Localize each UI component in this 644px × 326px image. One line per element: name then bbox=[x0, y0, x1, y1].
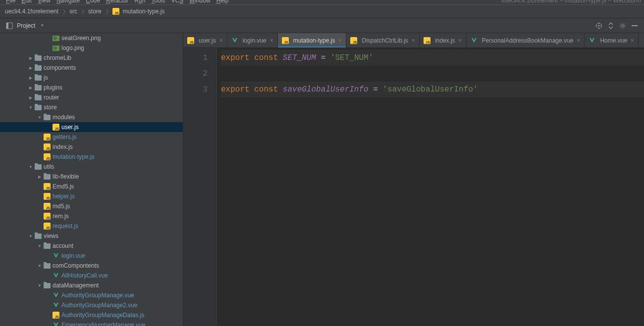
editor-tab[interactable]: user.js× bbox=[183, 33, 227, 47]
chevron-down-icon[interactable] bbox=[27, 232, 35, 240]
folder-icon bbox=[44, 263, 51, 269]
tree-row[interactable]: index.js bbox=[0, 142, 183, 152]
tree-row[interactable]: rem.js bbox=[0, 211, 183, 221]
close-icon[interactable]: × bbox=[631, 37, 634, 44]
close-icon[interactable]: × bbox=[459, 37, 462, 44]
close-icon[interactable]: × bbox=[270, 37, 273, 44]
editor-tab[interactable]: Home.vue× bbox=[585, 33, 639, 47]
settings-icon[interactable] bbox=[618, 21, 627, 30]
menu-refactor[interactable]: Refactor bbox=[103, 0, 131, 3]
menu-run[interactable]: Run bbox=[131, 0, 148, 3]
tab-label: PersonalAddressBookManage.vue bbox=[482, 37, 574, 44]
tree-row[interactable]: router bbox=[0, 93, 183, 102]
tree-row[interactable]: user.js bbox=[0, 122, 183, 132]
tree-item-label: user.js bbox=[61, 124, 79, 131]
locate-file-icon[interactable] bbox=[594, 21, 603, 30]
tab-label: Home.vue bbox=[600, 37, 627, 44]
chevron-right-icon[interactable] bbox=[36, 173, 44, 181]
menu-file[interactable]: File bbox=[3, 0, 18, 3]
chevron-right-icon[interactable] bbox=[27, 93, 35, 101]
tree-row[interactable]: modules bbox=[0, 112, 183, 122]
tree-item-label: helper.js bbox=[53, 193, 75, 200]
tree-item-label: md5.js bbox=[53, 203, 70, 210]
tree-row[interactable]: getters.js bbox=[0, 132, 183, 142]
vue-icon bbox=[53, 252, 59, 259]
project-tree[interactable]: seatGreen.pnglogo.pngchromeLibcomponents… bbox=[0, 33, 183, 326]
tree-row[interactable]: mutation-type.js bbox=[0, 152, 183, 162]
chevron-down-icon[interactable] bbox=[36, 113, 44, 121]
close-icon[interactable]: × bbox=[577, 37, 580, 44]
vue-icon bbox=[53, 292, 59, 299]
tree-row[interactable]: EmergencyNumberManage.vue bbox=[0, 320, 183, 326]
tree-row[interactable]: store bbox=[0, 102, 183, 112]
tree-row[interactable]: account bbox=[0, 241, 183, 251]
editor-tab[interactable]: index.js× bbox=[420, 33, 467, 47]
tree-row[interactable]: Emd5.js bbox=[0, 182, 183, 191]
breadcrumb-file[interactable]: mutation-type.js bbox=[105, 8, 168, 15]
tree-row[interactable]: chromeLib bbox=[0, 53, 183, 63]
tree-item-label: mutation-type.js bbox=[53, 153, 95, 160]
tree-row[interactable]: comCompontents bbox=[0, 261, 183, 271]
tree-row[interactable]: utils bbox=[0, 162, 183, 172]
editor-tab[interactable]: DispatchCtrlLib.js× bbox=[346, 33, 419, 47]
chevron-right-icon[interactable] bbox=[27, 74, 35, 82]
breadcrumb-src[interactable]: src bbox=[61, 8, 80, 15]
tree-row[interactable]: dataManagement bbox=[0, 280, 183, 290]
editor-tab[interactable]: login.vue× bbox=[227, 33, 278, 47]
folder-icon bbox=[35, 85, 42, 91]
js-icon bbox=[44, 203, 51, 210]
tree-item-label: views bbox=[44, 233, 58, 239]
code-content[interactable]: export const SET_NUM = 'SET_NUM' export … bbox=[217, 48, 644, 326]
tree-row[interactable]: helper.js bbox=[0, 191, 183, 201]
tree-row[interactable]: AuthorityGroupManage2.vue bbox=[0, 300, 183, 310]
identifier: saveGlobalUserInfo bbox=[283, 85, 369, 94]
vue-icon bbox=[589, 37, 595, 44]
tree-row[interactable]: AuthorityGroupManageDatas.js bbox=[0, 310, 183, 320]
menu-help[interactable]: Help bbox=[214, 0, 232, 3]
chevron-down-icon[interactable] bbox=[27, 163, 35, 171]
tree-row[interactable]: md5.js bbox=[0, 201, 183, 211]
expand-all-icon[interactable] bbox=[606, 21, 615, 30]
tree-row[interactable]: login.vue bbox=[0, 251, 183, 261]
project-dropdown-icon[interactable]: ▼ bbox=[40, 23, 44, 28]
menu-view[interactable]: View bbox=[35, 0, 54, 3]
breadcrumb-store[interactable]: store bbox=[80, 8, 105, 15]
chevron-right-icon[interactable] bbox=[27, 84, 35, 92]
close-icon[interactable]: × bbox=[412, 37, 415, 44]
close-icon[interactable]: × bbox=[219, 37, 223, 44]
menu-vcs[interactable]: VCS bbox=[168, 0, 186, 3]
tree-row[interactable]: seatGreen.png bbox=[0, 33, 183, 43]
js-icon bbox=[424, 37, 430, 44]
menu-code[interactable]: Code bbox=[83, 0, 103, 3]
chevron-right-icon[interactable] bbox=[27, 64, 35, 72]
tree-row[interactable]: js bbox=[0, 73, 183, 83]
breadcrumb-root[interactable]: uecli4.4.1forelement bbox=[2, 8, 61, 15]
editor-tab[interactable]: mutation-type.js× bbox=[278, 33, 347, 47]
tree-row[interactable]: components bbox=[0, 63, 183, 73]
operator: = bbox=[369, 85, 383, 94]
project-view-icon[interactable] bbox=[5, 21, 14, 30]
code-editor[interactable]: 1 2 3 export const SET_NUM = 'SET_NUM' e… bbox=[183, 48, 644, 326]
menu-navigate[interactable]: Navigate bbox=[54, 0, 83, 3]
chevron-down-icon[interactable] bbox=[36, 262, 44, 270]
chevron-down-icon[interactable] bbox=[36, 281, 44, 289]
tab-label: user.js bbox=[199, 37, 216, 44]
chevron-down-icon[interactable] bbox=[36, 242, 44, 250]
menu-window[interactable]: Window bbox=[186, 0, 214, 3]
tree-row[interactable]: request.js bbox=[0, 221, 183, 231]
hide-panel-icon[interactable] bbox=[630, 21, 639, 30]
tree-row[interactable]: views bbox=[0, 231, 183, 241]
tree-row[interactable]: plugins bbox=[0, 83, 183, 93]
tab-label: DispatchCtrlLib.js bbox=[362, 37, 408, 44]
project-label[interactable]: Project bbox=[17, 22, 35, 29]
tree-row[interactable]: AllHistoryCall.vue bbox=[0, 271, 183, 280]
chevron-right-icon[interactable] bbox=[27, 54, 35, 62]
menu-tools[interactable]: Tools bbox=[148, 0, 168, 3]
editor-tab[interactable]: PersonalAddressBookManage.vue× bbox=[467, 33, 585, 47]
tree-row[interactable]: logo.png bbox=[0, 43, 183, 53]
chevron-down-icon[interactable] bbox=[27, 103, 35, 111]
close-icon[interactable]: × bbox=[338, 37, 342, 44]
menu-edit[interactable]: Edit bbox=[18, 0, 35, 3]
tree-row[interactable]: lib-flexible bbox=[0, 172, 183, 182]
tree-row[interactable]: AuthorityGroupManage.vue bbox=[0, 290, 183, 300]
